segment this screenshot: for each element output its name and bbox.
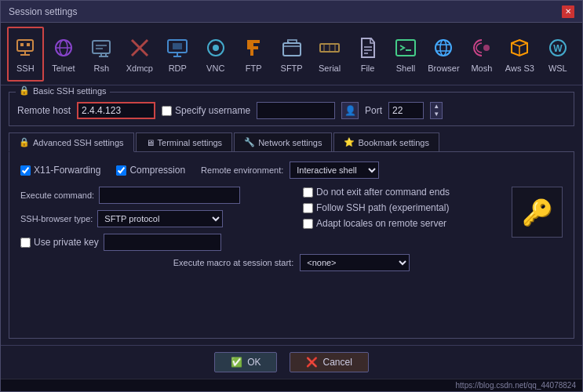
wsl-label: WSL [548, 64, 567, 73]
basic-ssh-row: Remote host Specify username 👤 Port ▲ ▼ [17, 102, 566, 119]
username-input[interactable] [257, 102, 335, 119]
basic-ssh-title: 🔒 Basic SSH settings [16, 85, 110, 96]
user-icon-button[interactable]: 👤 [341, 102, 359, 119]
protocol-wsl[interactable]: W WSL [540, 27, 576, 82]
protocol-aws-s3[interactable]: Aws S3 [501, 27, 537, 82]
tab-bookmark-settings[interactable]: ⭐ Bookmark settings [333, 132, 439, 151]
ftp-label: FTP [246, 64, 262, 73]
protocol-vnc[interactable]: VNC [198, 27, 234, 82]
protocol-mosh[interactable]: Mosh [464, 27, 500, 82]
private-key-input[interactable] [104, 234, 221, 251]
protocol-ssh[interactable]: SSH [7, 27, 44, 82]
main-content: 🔒 Basic SSH settings Remote host Specify… [1, 85, 582, 345]
execute-command-input[interactable] [99, 187, 240, 204]
follow-ssh-label[interactable]: Follow SSH path (experimental) [303, 202, 504, 213]
adv-content-row: Execute command: SSH-browser type: SFTP … [20, 187, 563, 251]
network-tab-icon: 🔧 [244, 137, 255, 147]
svg-text:W: W [553, 43, 563, 54]
port-down-button[interactable]: ▼ [431, 111, 442, 118]
serial-icon [317, 35, 342, 60]
ok-button[interactable]: ✅ OK [214, 352, 277, 372]
ftp-icon [241, 35, 266, 60]
follow-ssh-checkbox[interactable] [303, 203, 313, 213]
macro-label: Execute macro at session start: [173, 258, 293, 267]
bookmark-tab-icon: ⭐ [344, 137, 355, 147]
protocol-telnet[interactable]: Telnet [46, 27, 82, 82]
macro-row: Execute macro at session start: <none> [20, 254, 563, 271]
protocol-shell[interactable]: Shell [388, 27, 424, 82]
shell-icon [393, 35, 418, 60]
ssh-label: SSH [16, 64, 35, 73]
remote-env-select[interactable]: Interactive shell None SFTP subsystem [290, 162, 379, 179]
close-button[interactable]: ✕ [562, 5, 574, 18]
svg-rect-2 [27, 43, 30, 46]
title-bar: Session settings ✕ [1, 1, 582, 23]
remote-env-label: Remote environment: [201, 165, 283, 175]
mosh-label: Mosh [471, 64, 492, 73]
x11-forwarding-label[interactable]: X11-Forwarding [20, 165, 100, 176]
protocol-rsh[interactable]: Rsh [83, 27, 119, 82]
tab-advanced-ssh[interactable]: 🔒 Advanced SSH settings [9, 132, 134, 152]
svg-point-32 [435, 40, 451, 56]
vnc-icon [203, 35, 228, 60]
ssh-browser-select[interactable]: SFTP protocol SCP protocol [97, 210, 223, 227]
protocol-rdp[interactable]: RDP [159, 27, 195, 82]
aws-s3-label: Aws S3 [505, 64, 534, 73]
cancel-button[interactable]: ❌ Cancel [290, 352, 368, 372]
tab-list: 🔒 Advanced SSH settings 🖥 Terminal setti… [9, 132, 574, 152]
protocol-ftp[interactable]: FTP [235, 27, 271, 82]
browser-label: Browser [428, 64, 459, 73]
adv-row1: X11-Forwarding Compression Remote enviro… [20, 162, 563, 179]
x11-forwarding-checkbox[interactable] [20, 165, 31, 176]
serial-label: Serial [319, 64, 341, 73]
compression-checkbox[interactable] [116, 165, 126, 176]
svg-rect-30 [396, 40, 415, 56]
tab-content-advanced: X11-Forwarding Compression Remote enviro… [9, 152, 574, 339]
rsh-label: Rsh [94, 64, 110, 73]
rdp-label: RDP [169, 64, 187, 73]
svg-rect-4 [20, 54, 30, 56]
adv-left-col: Execute command: SSH-browser type: SFTP … [20, 187, 287, 251]
port-up-button[interactable]: ▲ [431, 103, 442, 111]
svg-point-21 [213, 45, 219, 51]
tab-network-settings[interactable]: 🔧 Network settings [234, 132, 332, 151]
svg-rect-17 [173, 43, 182, 49]
do-not-exit-checkbox[interactable] [303, 187, 313, 198]
key-icon: 🔑 [522, 198, 553, 227]
svg-rect-8 [93, 41, 110, 53]
specify-username-checkbox[interactable] [162, 106, 172, 116]
specify-username-label[interactable]: Specify username [162, 105, 250, 116]
execute-command-row: Execute command: [20, 187, 287, 204]
protocol-xdmcp[interactable]: Xdmcp [122, 27, 158, 82]
remote-host-input[interactable] [77, 102, 155, 119]
svg-rect-22 [283, 43, 301, 56]
protocol-browser[interactable]: Browser [425, 27, 461, 82]
ssh-browser-label: SSH-browser type: [20, 214, 93, 223]
svg-point-36 [483, 45, 490, 51]
session-settings-dialog: Session settings ✕ SSH [0, 0, 583, 392]
adapt-locales-checkbox[interactable] [303, 219, 313, 229]
private-key-label[interactable]: Use private key [20, 237, 99, 248]
svg-rect-1 [20, 43, 24, 46]
compression-label[interactable]: Compression [116, 165, 185, 176]
tab-terminal-settings[interactable]: 🖥 Terminal settings [136, 132, 233, 151]
remote-host-label: Remote host [17, 105, 71, 116]
port-input[interactable] [388, 102, 424, 119]
use-private-key-checkbox[interactable] [20, 238, 31, 248]
adapt-locales-label[interactable]: Adapt locales on remote server [303, 218, 504, 229]
mosh-icon [469, 35, 494, 60]
protocol-sftp[interactable]: SFTP [273, 27, 309, 82]
rdp-icon [165, 35, 190, 60]
basic-ssh-group: 🔒 Basic SSH settings Remote host Specify… [9, 92, 574, 126]
port-label: Port [365, 105, 382, 116]
sftp-label: SFTP [281, 64, 303, 73]
protocol-toolbar: SSH Telnet [1, 23, 582, 85]
advanced-ssh-tab-icon: 🔒 [19, 137, 30, 147]
rsh-icon [89, 35, 114, 60]
key-icon-box: 🔑 [512, 187, 563, 238]
telnet-icon [51, 35, 76, 60]
protocol-serial[interactable]: Serial [312, 27, 348, 82]
protocol-file[interactable]: File [349, 27, 385, 82]
macro-select[interactable]: <none> [300, 254, 410, 271]
do-not-exit-label[interactable]: Do not exit after command ends [303, 187, 504, 198]
